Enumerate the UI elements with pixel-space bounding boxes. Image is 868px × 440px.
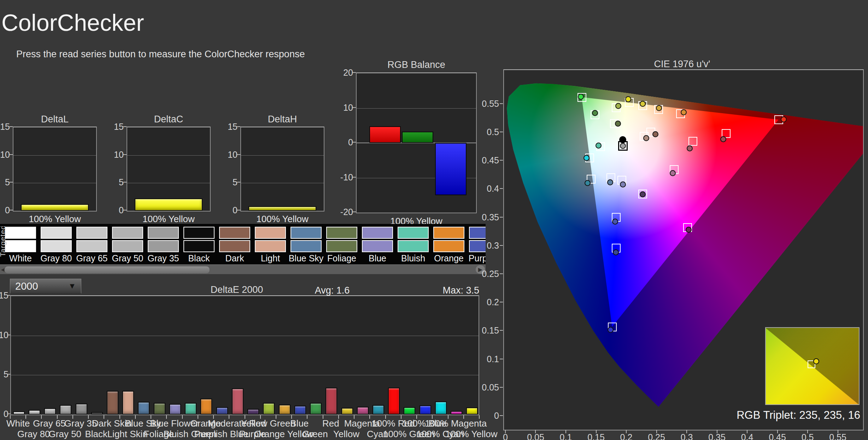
deltae-bar-24	[373, 405, 384, 415]
swatch-measured-orange[interactable]	[433, 240, 464, 252]
deltae-bar-13	[200, 399, 212, 415]
swatch-measured-black[interactable]	[183, 240, 215, 252]
cie-y-tick	[500, 245, 503, 246]
swatch-measured-blue-flower[interactable]	[362, 240, 393, 252]
cie-measured-yellow-100	[625, 96, 631, 102]
swatch-label: Gray 65	[73, 254, 111, 263]
color-preview-inset	[765, 327, 860, 405]
cie-y-tick-label: 0.15	[479, 326, 499, 335]
swatch-label: Gray 35	[144, 254, 182, 263]
chevron-down-icon: ▼	[68, 279, 76, 293]
cie-y-tick	[500, 188, 503, 189]
category-label: 100% Yellow	[13, 214, 97, 225]
cie-y-tick-label: 0.45	[479, 156, 499, 165]
deltae-bar-17	[263, 403, 275, 415]
plot-deltae	[10, 295, 479, 415]
y-tick-label: 0	[217, 205, 237, 215]
swatch-measured-gray-50[interactable]	[112, 240, 143, 252]
cie-y-tick-label: 0.3	[479, 241, 499, 250]
category-label: 100% Yellow	[240, 214, 324, 225]
swatch-measured-white[interactable]	[5, 240, 36, 252]
deltae-bar-4	[60, 405, 71, 415]
swatch-target-bluish-green[interactable]	[398, 227, 429, 239]
swatch-label: Blue Flower	[358, 254, 397, 264]
deltae-bar-11	[169, 404, 181, 415]
x-tick	[151, 415, 151, 419]
swatch-label: Bluish Green	[394, 254, 432, 264]
cie-x-tick	[747, 430, 747, 433]
swatch-target-white[interactable]	[5, 227, 36, 239]
swatch-target-light-skin[interactable]	[255, 227, 286, 239]
cie-measured-purplish-blue	[612, 219, 618, 225]
x-tick	[307, 415, 307, 419]
swatch-label: Orange	[430, 254, 468, 263]
swatch-target-gray-35[interactable]	[148, 227, 179, 239]
x-tick	[88, 415, 89, 419]
chart-title-deltaH: DeltaH	[240, 114, 324, 125]
deltae-bar-12	[185, 403, 197, 415]
deltae-bar-28	[435, 401, 447, 415]
delta-bar-deltaH	[248, 206, 316, 211]
swatch-target-gray-50[interactable]	[112, 227, 143, 239]
deltae-formula-dropdown[interactable]: 2000 ▼	[10, 279, 81, 294]
scrollbar-thumb[interactable]	[4, 266, 210, 274]
swatch-target-blue-sky[interactable]	[291, 227, 322, 239]
swatch-target-black[interactable]	[183, 227, 215, 239]
y-tick-label: 10	[103, 150, 124, 159]
swatch-measured-foliage[interactable]	[326, 240, 357, 252]
y-tick	[353, 107, 356, 108]
deltae-bar-26	[404, 407, 415, 415]
swatch-target-purplish-blue[interactable]	[469, 227, 486, 239]
y-tick	[353, 72, 356, 73]
plot-rgb-balance	[356, 73, 477, 213]
horizontal-scrollbar[interactable]: ◄ ►	[0, 265, 486, 274]
swatch-measured-light-skin[interactable]	[255, 240, 286, 252]
cie-target-moderate-red	[688, 137, 697, 146]
x-tick	[57, 415, 58, 419]
cie-x-tick-label: 0.15	[582, 432, 610, 440]
swatch-target-foliage[interactable]	[326, 227, 357, 239]
cie-x-tick	[626, 430, 627, 433]
deltae-bar-7	[107, 391, 118, 415]
y-tick	[10, 182, 13, 183]
swatch-target-gray-65[interactable]	[76, 227, 107, 239]
swatch-measured-gray-80[interactable]	[41, 240, 72, 252]
swatch-target-dark-skin[interactable]	[219, 227, 250, 239]
colorchecker-swatch-strip: WhiteGray 80Gray 65Gray 50Gray 35BlackDa…	[0, 224, 486, 264]
cie-y-tick	[500, 302, 503, 302]
cie-measured-magenta-100	[686, 227, 692, 233]
deltae-bar-9	[138, 402, 149, 415]
cie-y-tick-label: 0.25	[479, 269, 499, 278]
y-tick-label: 0	[103, 205, 124, 215]
x-tick	[198, 415, 198, 419]
y-tick	[237, 154, 240, 155]
y-tick	[123, 210, 127, 210]
x-tick	[166, 415, 167, 419]
swatch-target-orange[interactable]	[433, 227, 464, 239]
rgb-bar-green	[402, 132, 433, 143]
page-title: ColorChecker	[1, 9, 144, 36]
swatch-target-gray-80[interactable]	[41, 227, 72, 239]
delta-bar-deltaC	[135, 198, 203, 211]
swatch-measured-gray-35[interactable]	[148, 240, 179, 252]
swatch-measured-blue-sky[interactable]	[291, 240, 322, 252]
y-tick	[353, 212, 356, 212]
swatch-target-blue-flower[interactable]	[362, 227, 393, 239]
y-tick	[237, 126, 240, 127]
gridline	[241, 155, 324, 156]
gridline	[241, 183, 324, 183]
swatch-measured-bluish-green[interactable]	[398, 240, 429, 252]
swatch-measured-dark-skin[interactable]	[219, 240, 250, 252]
x-tick	[385, 415, 386, 419]
cie-y-tick-label: 0.35	[479, 213, 499, 222]
y-tick-label: 0	[333, 138, 353, 147]
x-tick	[276, 415, 276, 419]
cie-y-tick-label: 0	[479, 411, 499, 420]
y-tick	[10, 210, 13, 210]
cie-x-tick	[656, 430, 657, 433]
deltae-bar-6	[91, 412, 103, 415]
swatch-measured-gray-65[interactable]	[76, 240, 107, 252]
y-tick-label: 5	[217, 178, 237, 187]
cie-measured-yellow-green	[615, 103, 621, 109]
y-tick	[10, 126, 13, 127]
